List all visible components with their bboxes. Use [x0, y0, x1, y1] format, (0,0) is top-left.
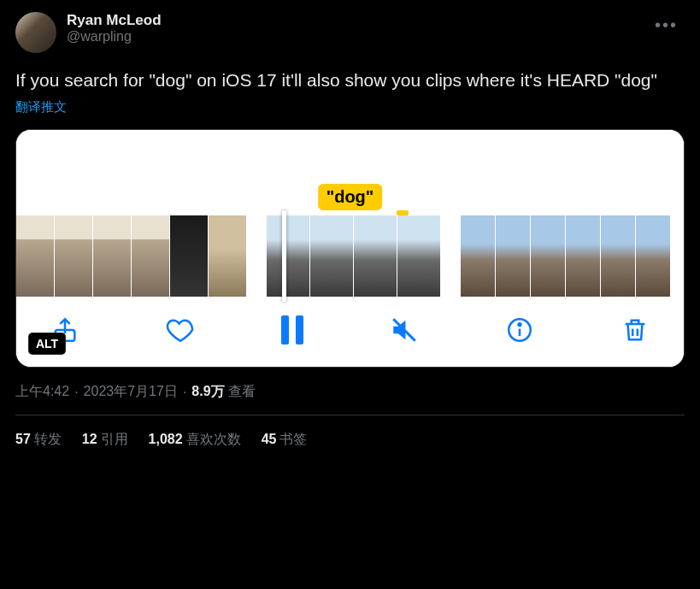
- display-name: Ryan McLeod: [67, 12, 648, 29]
- likes-stat[interactable]: 1,082喜欢次数: [149, 431, 241, 449]
- mute-icon[interactable]: [390, 315, 419, 345]
- author-names[interactable]: Ryan McLeod @warpling: [67, 12, 648, 44]
- clip-group-2: [267, 215, 440, 297]
- bookmarks-label: 书签: [279, 432, 307, 446]
- video-frame: [496, 215, 530, 297]
- tweet-header: Ryan McLeod @warpling •••: [15, 12, 685, 53]
- tweet-meta: 上午4:42 · 2023年7月17日 · 8.9万 查看: [15, 383, 685, 401]
- video-frame: [16, 215, 54, 297]
- alt-badge[interactable]: ALT: [28, 333, 66, 355]
- tweet-time[interactable]: 上午4:42: [15, 383, 69, 401]
- video-frame: [566, 215, 600, 297]
- avatar[interactable]: [15, 12, 56, 53]
- retweets-label: 转发: [34, 432, 62, 446]
- tweet-date[interactable]: 2023年7月17日: [84, 383, 178, 401]
- author-handle: @warpling: [67, 29, 648, 44]
- svg-point-4: [519, 324, 521, 327]
- tweet-text: If you search for "dog" on iOS 17 it'll …: [15, 68, 685, 92]
- likes-count: 1,082: [149, 432, 183, 446]
- video-frame: [93, 215, 131, 297]
- tweet-container: Ryan McLeod @warpling ••• If you search …: [0, 0, 700, 449]
- quotes-label: 引用: [101, 432, 128, 446]
- retweets-stat[interactable]: 57转发: [15, 431, 62, 449]
- video-scrubber[interactable]: [16, 215, 684, 297]
- heart-icon[interactable]: [166, 315, 195, 345]
- stats-row: 57转发 12引用 1,082喜欢次数 45书签: [15, 415, 685, 449]
- more-options-icon[interactable]: •••: [648, 12, 685, 38]
- video-frame: [170, 215, 208, 297]
- video-frame: [601, 215, 635, 297]
- video-frame: [209, 215, 246, 297]
- separator: ·: [74, 385, 78, 400]
- tweet-media[interactable]: "dog": [15, 129, 685, 368]
- info-icon[interactable]: [505, 315, 534, 345]
- trash-icon[interactable]: [621, 315, 650, 345]
- video-frame: [636, 215, 670, 297]
- video-frame: [267, 215, 309, 297]
- likes-label: 喜欢次数: [186, 432, 241, 446]
- video-frame: [310, 215, 353, 297]
- pause-icon[interactable]: [281, 315, 303, 345]
- video-frame: [55, 215, 92, 297]
- media-toolbar: [16, 297, 684, 367]
- video-frame: [132, 215, 169, 297]
- playhead-icon[interactable]: [282, 210, 286, 302]
- quotes-stat[interactable]: 12引用: [82, 431, 128, 449]
- quotes-count: 12: [82, 432, 97, 446]
- video-frame: [397, 215, 440, 297]
- video-frame: [461, 215, 495, 297]
- views-label: 查看: [228, 383, 256, 401]
- video-frame: [354, 215, 397, 297]
- media-header-area: "dog": [16, 130, 684, 215]
- bookmarks-count: 45: [262, 432, 277, 446]
- separator: ·: [183, 385, 186, 400]
- clip-group-3: [461, 215, 670, 297]
- bookmarks-stat[interactable]: 45书签: [262, 431, 308, 449]
- views-count[interactable]: 8.9万: [191, 383, 224, 401]
- caption-tag: "dog": [318, 184, 383, 210]
- retweets-count: 57: [15, 432, 31, 446]
- video-frame: [531, 215, 565, 297]
- translate-link[interactable]: 翻译推文: [15, 99, 685, 115]
- clip-group-1: [16, 215, 246, 297]
